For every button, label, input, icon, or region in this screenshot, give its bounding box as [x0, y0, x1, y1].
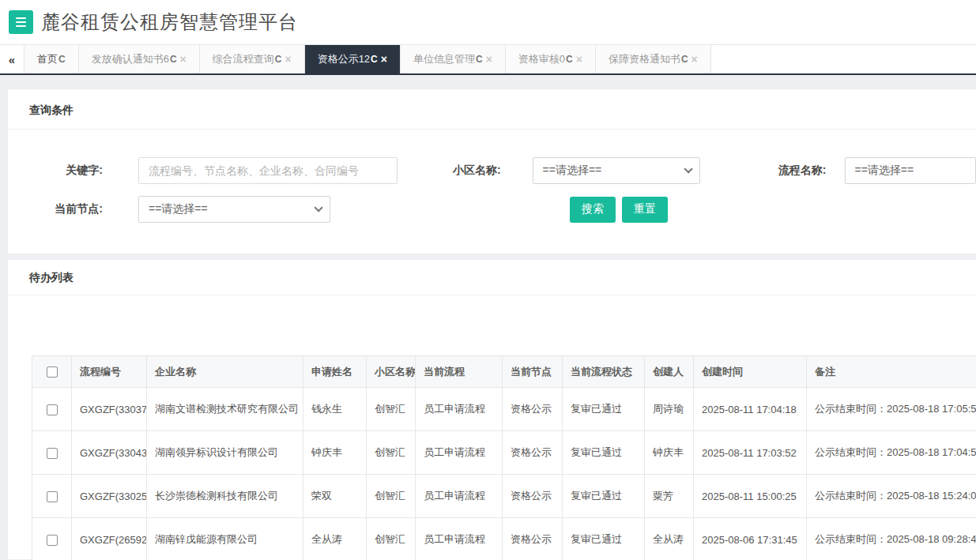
col-community: 小区名称 [367, 356, 416, 388]
refresh-icon[interactable]: C [476, 54, 483, 65]
close-icon[interactable]: × [576, 54, 582, 65]
tab-guarantee-qualification-notice[interactable]: 保障资格通知书 C × [595, 45, 711, 73]
refresh-icon[interactable]: C [681, 54, 688, 65]
cell-remark: 公示结束时间：2025-08-18 09:28:47 [807, 518, 976, 560]
col-process-no: 流程编号 [72, 356, 147, 388]
tab-qualification-publicity[interactable]: 资格公示12 C × [304, 45, 400, 73]
community-select-value: ==请选择== [543, 163, 602, 178]
table-row: GXGZF(33025) 长沙崇德检测科技有限公司 荣双 创智汇 员工申请流程 … [32, 475, 976, 518]
select-all-checkbox[interactable] [47, 366, 58, 378]
col-process: 当前流程 [416, 356, 503, 388]
tab-label: 首页 [37, 52, 58, 66]
cell-applicant: 全从涛 [303, 518, 367, 560]
tab-issue-confirmation-notice[interactable]: 发放确认通知书6 C × [78, 45, 199, 73]
refresh-icon[interactable]: C [275, 54, 282, 65]
col-company: 企业名称 [147, 356, 303, 388]
close-icon[interactable]: × [285, 54, 291, 65]
keyword-label: 关键字: [8, 163, 103, 178]
hamburger-icon [16, 17, 26, 27]
refresh-icon[interactable]: C [170, 54, 177, 65]
cell-company: 湖南文谱检测技术研究有限公司 [147, 388, 303, 431]
current-node-select[interactable]: ==请选择== [138, 196, 330, 223]
close-icon[interactable]: × [691, 54, 698, 65]
refresh-icon[interactable]: C [566, 54, 573, 65]
cell-remark: 公示结束时间：2025-08-18 17:04:59 [807, 431, 976, 475]
cell-node: 资格公示 [503, 388, 563, 431]
cell-node: 资格公示 [503, 475, 563, 518]
cell-created: 2025-08-06 17:31:45 [694, 518, 807, 560]
col-applicant: 申请姓名 [303, 356, 367, 388]
cell-applicant: 钱永生 [303, 388, 367, 431]
tab-bar: « 首页 C 发放确认通知书6 C × 综合流程查询 C × 资格公示12 C … [0, 45, 976, 75]
table-row: GXGZF(33043) 湖南领异标识设计有限公司 钟庆丰 创智汇 员工申请流程… [32, 431, 976, 475]
query-panel-title: 查询条件 [8, 89, 976, 130]
tab-comprehensive-process-query[interactable]: 综合流程查询 C × [199, 45, 304, 73]
cell-node: 资格公示 [503, 518, 563, 560]
double-chevron-left-icon: « [9, 53, 15, 66]
cell-community: 创智汇 [367, 475, 416, 518]
cell-process: 员工申请流程 [416, 431, 503, 475]
row-checkbox[interactable] [47, 448, 58, 459]
table-header-row: 流程编号 企业名称 申请姓名 小区名称 当前流程 当前节点 当前流程状态 创建人… [32, 356, 976, 388]
cell-status: 复审已通过 [563, 518, 645, 560]
todo-panel-title: 待办列表 [8, 260, 976, 295]
community-label: 小区名称: [398, 163, 501, 178]
cell-process: 员工申请流程 [416, 475, 503, 518]
cell-process: 员工申请流程 [416, 388, 503, 431]
current-node-label: 当前节点: [8, 202, 103, 216]
cell-community: 创智汇 [367, 518, 416, 560]
refresh-icon[interactable]: C [58, 54, 66, 65]
keyword-input[interactable] [138, 157, 398, 184]
col-creator: 创建人 [645, 356, 694, 388]
cell-created: 2025-08-11 17:03:52 [694, 431, 807, 475]
cell-company: 湖南锌戊能源有限公司 [147, 518, 303, 560]
cell-remark: 公示结束时间：2025-08-18 15:24:08 [807, 475, 976, 518]
tab-qualification-review[interactable]: 资格审核0 C × [505, 45, 595, 73]
cell-remark: 公示结束时间：2025-08-18 17:05:53 [807, 388, 976, 431]
todo-table: 流程编号 企业名称 申请姓名 小区名称 当前流程 当前节点 当前流程状态 创建人… [32, 355, 976, 560]
tab-unit-info-management[interactable]: 单位信息管理 C × [400, 45, 505, 73]
cell-status: 复审已通过 [563, 431, 645, 475]
close-icon[interactable]: × [486, 54, 492, 65]
cell-created: 2025-08-11 15:00:25 [694, 475, 807, 518]
cell-created: 2025-08-11 17:04:18 [694, 388, 807, 431]
cell-process-no: GXGZF(33043) [72, 431, 147, 475]
row-checkbox[interactable] [47, 535, 58, 546]
app-title: 麓谷租赁公租房智慧管理平台 [41, 9, 298, 35]
todo-list-panel: 待办列表 流程编号 企业名称 申请姓名 小区名称 当前流程 当前节点 当前流程状… [8, 260, 976, 559]
cell-status: 复审已通过 [563, 388, 645, 431]
collapse-tabs-button[interactable]: « [0, 45, 24, 73]
cell-company: 长沙崇德检测科技有限公司 [147, 475, 303, 518]
tab-label: 资格审核0 [518, 52, 565, 66]
tab-label: 综合流程查询 [213, 52, 274, 66]
cell-community: 创智汇 [367, 431, 416, 475]
tab-label: 保障资格通知书 [609, 52, 680, 66]
community-select[interactable]: ==请选择== [533, 157, 700, 184]
process-name-select-value: ==请选择== [855, 163, 914, 178]
app-header: 麓谷租赁公租房智慧管理平台 [0, 0, 976, 45]
close-icon[interactable]: × [381, 54, 387, 65]
chevron-down-icon [684, 164, 692, 173]
menu-button[interactable] [9, 10, 33, 34]
current-node-select-value: ==请选择== [149, 202, 208, 216]
row-checkbox[interactable] [47, 491, 58, 502]
cell-process-no: GXGZF(33025) [72, 475, 147, 518]
cell-applicant: 荣双 [303, 475, 367, 518]
process-name-label: 流程名称: [700, 163, 827, 178]
col-node: 当前节点 [503, 356, 563, 388]
search-button[interactable]: 搜索 [570, 197, 616, 223]
table-row: GXGZF(26592) 湖南锌戊能源有限公司 全从涛 创智汇 员工申请流程 资… [32, 518, 976, 560]
reset-button[interactable]: 重置 [622, 197, 668, 223]
refresh-icon[interactable]: C [371, 54, 378, 65]
chevron-down-icon [314, 203, 322, 212]
row-checkbox[interactable] [47, 404, 58, 415]
close-icon[interactable]: × [180, 54, 187, 65]
query-conditions-panel: 查询条件 关键字: 小区名称: ==请选择== 流程名称: ==请选择== 当前… [8, 89, 976, 254]
process-name-select[interactable]: ==请选择== [845, 157, 976, 184]
tab-label: 单位信息管理 [413, 52, 475, 66]
col-created: 创建时间 [694, 356, 807, 388]
tab-home[interactable]: 首页 C [24, 45, 78, 73]
cell-community: 创智汇 [367, 388, 416, 431]
cell-process-no: GXGZF(33037) [72, 388, 147, 431]
col-status: 当前流程状态 [563, 356, 645, 388]
